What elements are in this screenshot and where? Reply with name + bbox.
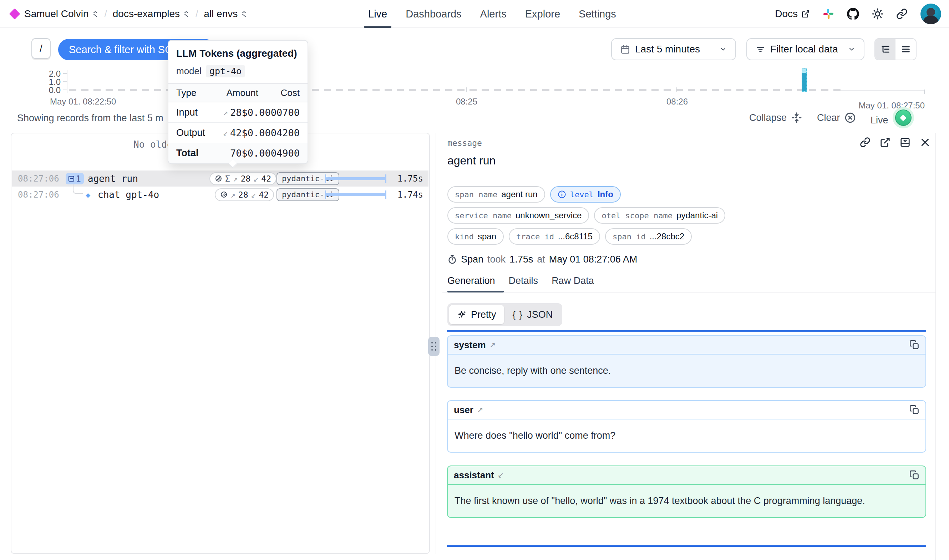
dock-panel-button[interactable] — [900, 137, 911, 148]
x-axis-tick — [466, 88, 467, 92]
tab-explore[interactable]: Explore — [525, 0, 560, 28]
message-header: system ↗ — [448, 336, 926, 355]
duration-value: 1.75s — [397, 174, 423, 184]
message-direction-arrow: ↗ — [477, 406, 483, 414]
list-view-button[interactable] — [895, 39, 916, 60]
x-label-start: May 01. 08:22:50 — [50, 97, 116, 107]
badge-trace-id[interactable]: trace_id ...6c8115 — [509, 228, 600, 245]
copy-message-button[interactable] — [909, 405, 920, 415]
avatar[interactable] — [920, 3, 941, 24]
model-value: gpt-4o — [206, 65, 245, 77]
view-mode-toggle — [874, 38, 917, 60]
list-view-icon — [901, 44, 911, 54]
tree-view-button[interactable] — [875, 39, 895, 60]
output-arrow: ↙ — [251, 190, 256, 199]
messages-bottom-rule — [447, 545, 926, 547]
chevron-down-icon — [848, 46, 855, 53]
span-timing: Span took 1.75s at May 01 08:27:06 AM — [448, 254, 637, 265]
scrollbar-track[interactable] — [935, 133, 936, 560]
breadcrumb: Samuel Colvin / docs-examples / all envs — [11, 0, 248, 28]
share-link-icon[interactable] — [896, 8, 907, 20]
message-role: user — [454, 405, 474, 415]
top-nav: Samuel Colvin / docs-examples / all envs… — [0, 0, 949, 28]
badge-otel-scope[interactable]: otel_scope_name pydantic-ai — [594, 207, 725, 224]
tab-live[interactable]: Live — [368, 0, 387, 28]
collapse-button[interactable]: Collapse — [749, 112, 802, 123]
panel-resize-handle[interactable] — [428, 337, 440, 356]
message-card-assistant: assistant ↙ The first known use of "hell… — [447, 466, 926, 518]
chevron-down-icon — [720, 46, 727, 53]
token-count-pill[interactable]: Σ ↗28 ↙42 — [209, 172, 277, 185]
project-selector[interactable]: docs-examples — [113, 8, 190, 20]
output-tokens: 42 — [261, 174, 271, 183]
span-name: agent run — [88, 173, 138, 184]
time-range-label: Last 5 minutes — [635, 43, 700, 55]
badge-span-name[interactable]: span_name agent run — [448, 186, 545, 203]
message-text: The first known use of "hello, world" wa… — [448, 485, 926, 517]
message-direction-arrow: ↙ — [498, 471, 504, 479]
slash-shortcut-key[interactable]: / — [31, 38, 51, 59]
docs-link[interactable]: Docs — [775, 8, 810, 20]
tab-alerts[interactable]: Alerts — [480, 0, 507, 28]
close-panel-button[interactable] — [920, 137, 931, 148]
histogram-bar-selected[interactable] — [802, 68, 807, 92]
nav-actions: Docs — [775, 0, 941, 28]
copy-message-button[interactable] — [909, 340, 920, 350]
active-tab-underline — [448, 291, 504, 292]
tab-raw-data[interactable]: Raw Data — [552, 275, 594, 286]
collapse-children-badge[interactable]: 1 — [66, 173, 84, 185]
nav-tabs: Live Dashboards Alerts Explore Settings — [368, 0, 616, 28]
external-link-icon — [880, 137, 891, 148]
slack-icon[interactable] — [823, 8, 834, 20]
open-in-new-button[interactable] — [880, 137, 891, 148]
badge-service-name[interactable]: service_name unknown_service — [448, 207, 589, 224]
trace-row-chat-gpt4o[interactable]: 08:27:06 ◆ chat gpt-4o ↗28 ↙42 pydantic-… — [12, 186, 429, 203]
pretty-view-button[interactable]: Pretty — [449, 305, 504, 324]
copy-icon — [909, 470, 920, 480]
duration-value: 1.74s — [397, 190, 423, 200]
span-detail-panel: message agent run span_name agent run le… — [442, 133, 936, 560]
duration-bar — [325, 191, 386, 199]
tooltip-row-input: Input ↗28 $0.0000700 — [168, 102, 308, 123]
copy-link-button[interactable] — [860, 137, 871, 148]
tab-details[interactable]: Details — [509, 275, 538, 286]
logfire-logo-icon — [9, 8, 20, 19]
badge-level-info[interactable]: level Info — [550, 186, 621, 203]
org-selector[interactable]: Samuel Colvin — [24, 8, 99, 20]
time-range-dropdown[interactable]: Last 5 minutes — [611, 38, 736, 60]
tab-generation[interactable]: Generation — [448, 275, 495, 286]
live-toggle[interactable]: Live — [871, 107, 914, 128]
env-selector[interactable]: all envs — [204, 8, 248, 20]
theme-sun-icon[interactable] — [872, 8, 883, 20]
span-title: agent run — [448, 154, 495, 167]
badge-kind[interactable]: kind span — [448, 228, 504, 245]
x-label-0825: 08:25 — [456, 97, 477, 107]
json-view-button[interactable]: { } JSON — [505, 305, 561, 324]
clear-button[interactable]: Clear — [817, 112, 856, 123]
message-role: system — [454, 340, 486, 351]
record-kind-label: message — [448, 138, 482, 148]
input-arrow: ↗ — [231, 190, 235, 199]
x-axis-tail — [841, 90, 925, 91]
filter-label: Filter local data — [770, 43, 838, 55]
span-diamond-icon: ◆ — [86, 190, 90, 199]
copy-message-button[interactable] — [909, 470, 920, 480]
token-count-pill[interactable]: ↗28 ↙42 — [215, 188, 274, 201]
y-tick-0: 0.0 — [36, 85, 61, 95]
tab-settings[interactable]: Settings — [579, 0, 616, 28]
env-name: all envs — [204, 8, 238, 20]
filter-icon — [756, 45, 765, 54]
close-icon — [920, 137, 931, 148]
chevron-updown-icon — [92, 10, 99, 17]
copy-icon — [909, 405, 920, 415]
messages-top-rule — [447, 330, 926, 332]
filter-local-data-dropdown[interactable]: Filter local data — [746, 38, 864, 60]
badge-span-id[interactable]: span_id ...28cbc2 — [605, 228, 692, 245]
github-icon[interactable] — [847, 8, 859, 20]
tab-dashboards[interactable]: Dashboards — [406, 0, 461, 28]
input-tokens: 28 — [238, 190, 248, 199]
attribute-badges: span_name agent run level Info service_n… — [448, 186, 725, 245]
chevron-updown-icon — [240, 10, 248, 17]
trace-time: 08:27:06 — [18, 190, 59, 200]
sparkle-icon — [457, 309, 467, 320]
